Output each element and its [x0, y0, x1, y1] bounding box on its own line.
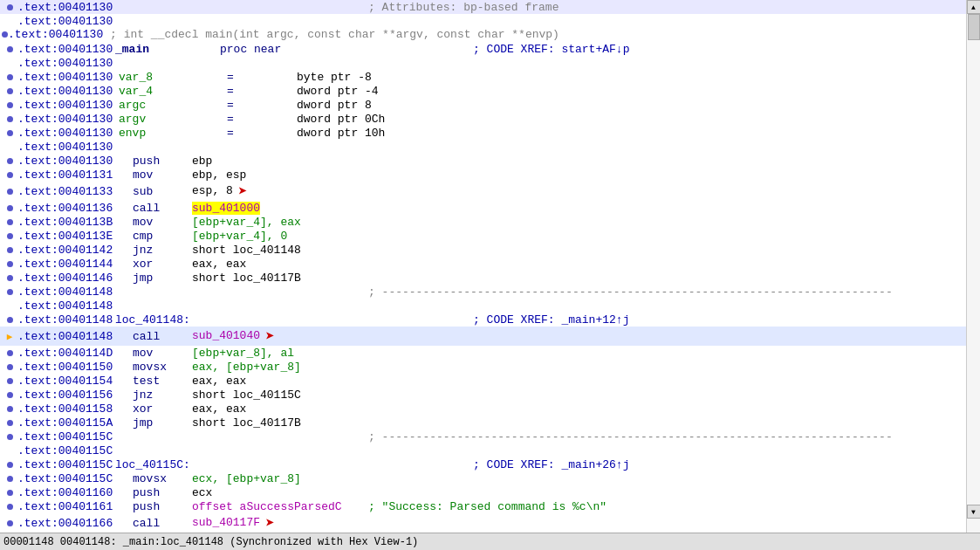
table-row[interactable]: .text:00401150movsxeax, [ebp+var_8] — [0, 360, 966, 374]
scroll-up-button[interactable]: ▲ — [967, 0, 981, 14]
mnemonic: call — [115, 202, 185, 215]
breakpoint-dot[interactable] — [2, 486, 17, 499]
breakpoint-dot[interactable] — [2, 458, 17, 471]
breakpoint-dot[interactable] — [2, 500, 17, 513]
breakpoint-dot[interactable]: ▶ — [2, 330, 17, 343]
operands: [ebp+var_4], 0 — [185, 230, 360, 243]
table-row[interactable]: .text:0040113Bmov[ebp+var_4], eax — [0, 215, 966, 229]
breakpoint-dot[interactable] — [2, 361, 17, 374]
table-row[interactable]: .text:00401146jmpshort loc_40117B — [0, 271, 966, 285]
address: .text:0040115C — [17, 458, 115, 471]
table-row[interactable]: .text:00401142jnzshort loc_401148 — [0, 243, 966, 257]
address: .text:00401130 — [17, 85, 115, 98]
breakpoint-dot[interactable] — [2, 272, 17, 285]
scrollbar-track[interactable] — [967, 14, 980, 533]
table-row[interactable]: .text:0040115C; ------------------------… — [0, 430, 966, 443]
address: .text:00401148 — [17, 299, 115, 313]
breakpoint-dot[interactable] — [2, 1, 17, 14]
comment: ; --------------------------------------… — [360, 430, 893, 443]
table-row[interactable]: .text:00401166callsub_40117F➤ — [0, 513, 966, 533]
table-row[interactable]: .text:00401130 ; int __cdecl main(int ar… — [0, 28, 966, 42]
table-row[interactable]: .text:00401130envp=dword ptr 10h — [0, 126, 966, 140]
mnemonic: cmp — [115, 230, 185, 243]
table-row[interactable]: .text:00401136callsub_401000 — [0, 201, 966, 215]
table-row[interactable]: .text:00401161pushoffset aSuccessParsedC… — [0, 499, 966, 513]
breakpoint-dot[interactable] — [2, 28, 8, 41]
scrollbar-right[interactable]: ▲ ▼ — [966, 0, 980, 533]
breakpoint-dot[interactable] — [2, 375, 17, 388]
table-row[interactable]: .text:00401130argc=dword ptr 8 — [0, 98, 966, 112]
operands: eax, [ebp+var_8] — [185, 361, 360, 374]
table-row[interactable]: .text:00401148 — [0, 299, 966, 313]
table-row[interactable]: .text:0040113Ecmp[ebp+var_4], 0 — [0, 229, 966, 243]
breakpoint-dot[interactable] — [2, 285, 17, 299]
breakpoint-dot[interactable] — [2, 430, 17, 443]
breakpoint-dot[interactable] — [2, 216, 17, 229]
breakpoint-dot[interactable] — [2, 258, 17, 271]
breakpoint-dot[interactable] — [2, 71, 17, 84]
label: argc — [115, 99, 220, 112]
breakpoint-dot[interactable] — [2, 347, 17, 360]
code-scroll[interactable]: .text:00401130; Attributes: bp-based fra… — [0, 0, 980, 533]
table-row[interactable]: .text:00401130argv=dword ptr 0Ch — [0, 112, 966, 126]
operands: ebp, esp — [185, 168, 360, 182]
table-row[interactable]: .text:00401154testeax, eax — [0, 374, 966, 388]
table-row[interactable]: .text:00401130_mainproc near; CODE XREF:… — [0, 42, 966, 56]
table-row[interactable]: .text:00401131movebp, esp — [0, 168, 966, 182]
main-container: .text:00401130; Attributes: bp-based fra… — [0, 0, 980, 550]
breakpoint-dot[interactable] — [2, 85, 17, 98]
table-row[interactable]: .text:00401130var_8=byte ptr -8 — [0, 70, 966, 84]
breakpoint-dot[interactable] — [2, 402, 17, 416]
breakpoint-dot[interactable] — [2, 127, 17, 140]
label: var_4 — [115, 85, 220, 98]
code-area[interactable]: .text:00401130; Attributes: bp-based fra… — [0, 0, 980, 533]
table-row[interactable]: .text:00401130 — [0, 56, 966, 70]
breakpoint-dot[interactable] — [2, 113, 17, 126]
breakpoint-dot[interactable] — [2, 185, 17, 198]
breakpoint-dot[interactable] — [2, 472, 17, 485]
scrollbar-thumb[interactable] — [968, 14, 980, 40]
breakpoint-dot[interactable] — [2, 43, 17, 56]
address: .text:0040115C — [17, 472, 115, 485]
address: .text:00401131 — [17, 168, 115, 182]
comment: ; --------------------------------------… — [360, 285, 893, 299]
table-row[interactable]: .text:0040115C — [0, 443, 966, 457]
table-row[interactable]: .text:00401144xoreax, eax — [0, 257, 966, 271]
table-row[interactable]: .text:00401156jnzshort loc_40115C — [0, 388, 966, 402]
breakpoint-dot[interactable] — [2, 230, 17, 243]
operands: eax, eax — [185, 402, 360, 416]
operands: ebp — [185, 155, 360, 168]
breakpoint-dot[interactable] — [2, 416, 17, 430]
table-row[interactable]: .text:00401130var_4=dword ptr -4 — [0, 84, 966, 98]
table-row[interactable]: .text:00401148; ------------------------… — [0, 285, 966, 299]
table-row[interactable]: .text:0040114Dmov[ebp+var_8], al — [0, 346, 966, 360]
table-row[interactable]: .text:00401158xoreax, eax — [0, 402, 966, 416]
table-row[interactable]: .text:00401130 — [0, 140, 966, 154]
breakpoint-dot[interactable] — [2, 244, 17, 257]
breakpoint-dot[interactable] — [2, 155, 17, 168]
operands: short loc_40117B — [185, 272, 360, 285]
table-row[interactable]: .text:00401133subesp, 8➤ — [0, 182, 966, 201]
table-row[interactable]: .text:00401148loc_401148:; CODE XREF: _m… — [0, 313, 966, 327]
scroll-down-button[interactable]: ▼ — [967, 505, 981, 519]
label: envp — [115, 127, 220, 140]
breakpoint-dot[interactable] — [2, 388, 17, 402]
table-row[interactable]: .text:00401130; Attributes: bp-based fra… — [0, 0, 966, 14]
breakpoint-dot[interactable] — [2, 99, 17, 112]
table-row[interactable]: .text:0040115Cloc_40115C:; CODE XREF: _m… — [0, 457, 966, 471]
table-row[interactable]: .text:0040115Cmovsxecx, [ebp+var_8] — [0, 471, 966, 485]
table-row[interactable]: ▶.text:00401148callsub_401040➤ — [0, 327, 966, 346]
mnemonic: jnz — [115, 244, 185, 257]
breakpoint-dot[interactable] — [2, 202, 17, 215]
address: .text:00401142 — [17, 244, 115, 257]
table-row[interactable]: .text:0040115Ajmpshort loc_40117B — [0, 416, 966, 430]
breakpoint-dot[interactable] — [2, 313, 17, 327]
table-row[interactable]: .text:00401130 — [0, 14, 966, 28]
comment: ; CODE XREF: _main+12↑j — [464, 313, 629, 327]
red-arrow: ➤ — [238, 182, 248, 201]
breakpoint-dot[interactable] — [2, 517, 17, 530]
table-row[interactable]: .text:00401160pushecx — [0, 485, 966, 499]
breakpoint-dot[interactable] — [2, 168, 17, 182]
address: .text:00401146 — [17, 272, 115, 285]
table-row[interactable]: .text:00401130pushebp — [0, 154, 966, 168]
